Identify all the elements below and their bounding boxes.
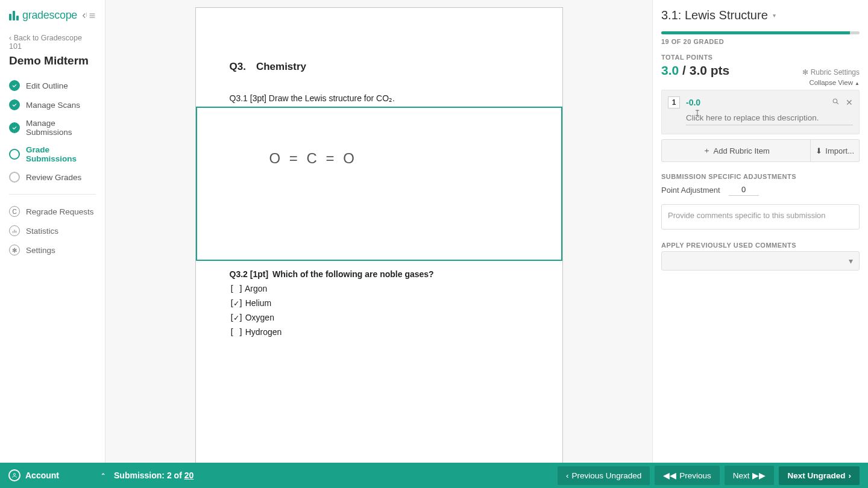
- nav-label: Manage Submissions: [26, 119, 96, 137]
- brand-name: gradescope: [22, 9, 77, 22]
- close-icon[interactable]: ✕: [846, 98, 853, 107]
- submission-total-link[interactable]: 20: [184, 471, 194, 480]
- q3-2-prompt: Q3.2 [1pt] Which of the following are no…: [230, 269, 529, 279]
- nav-label: Manage Scans: [26, 101, 80, 110]
- chevron-down-icon: ▾: [773, 12, 776, 19]
- adjustments-label: SUBMISSION SPECIFIC ADJUSTMENTS: [661, 173, 860, 180]
- exam-page: Q3. Chemistry Q3.1 [3pt] Draw the Lewis …: [195, 7, 563, 463]
- nav-settings[interactable]: ✻ Settings: [9, 240, 96, 260]
- nav-grade-submissions[interactable]: Grade Submissions: [9, 141, 96, 167]
- nav-regrade-requests[interactable]: C Regrade Requests: [9, 202, 96, 221]
- option-d: [ ] Hydrogen: [230, 327, 529, 337]
- progress-text: 19 OF 20 GRADED: [661, 38, 860, 45]
- chevron-up-icon: ⌃: [101, 472, 105, 479]
- nav-edit-outline[interactable]: Edit Outline: [9, 76, 96, 95]
- next-ungraded-button[interactable]: Next Ungraded ›: [779, 466, 860, 485]
- import-label: Import...: [825, 146, 854, 155]
- rubric-item-points[interactable]: -0.0: [686, 98, 700, 107]
- grading-panel: 3.1: Lewis Structure ▾ 19 OF 20 GRADED T…: [652, 0, 868, 463]
- rubric-item-description[interactable]: 𝙸 Click here to replace this description…: [686, 113, 853, 125]
- account-label: Account: [25, 471, 59, 480]
- point-adjustment-label: Point Adjustment: [661, 186, 720, 195]
- nav-label: Grade Submissions: [26, 145, 96, 163]
- nav-label: Statistics: [26, 227, 58, 236]
- double-chevron-left-icon: ◀◀: [663, 471, 676, 480]
- sidebar: gradescope ‹ Back to Gradescope 101 Demo…: [0, 0, 105, 463]
- q3-1-prompt: Q3.1 [3pt] Draw the Lewis structure for …: [230, 93, 529, 103]
- submission-counter: Submission: 2 of 20: [114, 471, 193, 480]
- divider: [9, 194, 96, 195]
- prev-comments-label: APPLY PREVIOUSLY USED COMMENTS: [661, 242, 860, 249]
- circle-icon: [9, 172, 20, 183]
- q3-1-answer-region[interactable]: O = C = O: [196, 107, 562, 261]
- nav-statistics[interactable]: Statistics: [9, 221, 96, 240]
- q3-1-answer: O = C = O: [269, 150, 357, 166]
- rubric-settings-link[interactable]: ✻ Rubric Settings: [802, 68, 860, 77]
- sidebar-collapse-button[interactable]: [80, 11, 96, 20]
- question-title: 3.1: Lewis Structure: [661, 8, 768, 22]
- nav-label: Settings: [26, 246, 55, 255]
- nav-steps: Edit Outline Manage Scans Manage Submiss…: [9, 76, 96, 187]
- back-link[interactable]: ‹ Back to Gradescope 101: [9, 34, 96, 51]
- rubric-item-1[interactable]: 1 -0.0 ✕ 𝙸 Click here to replace this de…: [661, 90, 860, 134]
- svg-point-8: [13, 474, 15, 475]
- account-menu[interactable]: Account ⌃: [8, 469, 105, 481]
- chevron-left-icon: ‹: [566, 471, 569, 480]
- plus-icon: ＋: [703, 145, 711, 156]
- progress-bar: [661, 31, 860, 34]
- nav-label: Regrade Requests: [26, 207, 94, 216]
- text-cursor-icon: 𝙸: [694, 108, 695, 118]
- points-display: 3.0 / 3.0 pts: [661, 63, 729, 78]
- nav-manage-scans[interactable]: Manage Scans: [9, 95, 96, 114]
- next-button[interactable]: Next ▶▶: [725, 466, 775, 485]
- points-total: / 3.0 pts: [679, 63, 729, 77]
- question-selector[interactable]: 3.1: Lewis Structure ▾: [661, 8, 860, 22]
- check-icon: [9, 122, 20, 133]
- double-chevron-right-icon: ▶▶: [752, 471, 766, 480]
- previous-button[interactable]: ◀◀ Previous: [655, 466, 720, 485]
- import-rubric-button[interactable]: ⬇ Import...: [811, 139, 860, 162]
- point-adjustment-input[interactable]: [729, 184, 759, 196]
- submission-viewer[interactable]: Q3. Chemistry Q3.1 [3pt] Draw the Lewis …: [105, 0, 652, 463]
- check-icon: [9, 99, 20, 110]
- option-c: [✓] Oxygen: [230, 313, 529, 322]
- progress-fill: [661, 31, 850, 34]
- search-icon[interactable]: [832, 98, 840, 107]
- logo-icon: [9, 11, 19, 20]
- previous-ungraded-button[interactable]: ‹ Previous Ungraded: [558, 466, 650, 485]
- circle-icon: [9, 149, 20, 160]
- rubric-item-number[interactable]: 1: [668, 96, 680, 108]
- collapse-view-toggle[interactable]: Collapse View: [661, 79, 860, 86]
- course-title: Demo Midterm: [9, 54, 96, 67]
- q3-2-options: [ ] Argon [✓] Helium [✓] Oxygen [ ] Hydr…: [230, 284, 529, 337]
- nav-manage-submissions[interactable]: Manage Submissions: [9, 114, 96, 141]
- add-rubric-label: Add Rubric Item: [714, 146, 770, 155]
- option-a: [ ] Argon: [230, 284, 529, 293]
- footer-bar: Account ⌃ Submission: 2 of 20 ‹ Previous…: [0, 463, 868, 488]
- check-icon: [9, 80, 20, 91]
- user-icon: [8, 469, 20, 481]
- download-icon: ⬇: [816, 146, 822, 155]
- q3-heading: Q3. Chemistry: [230, 61, 529, 73]
- gear-icon: ✻: [9, 245, 20, 255]
- points-earned: 3.0: [661, 63, 679, 77]
- statistics-icon: [9, 225, 20, 236]
- gear-icon: ✻: [802, 68, 808, 77]
- rubric-settings-label: Rubric Settings: [811, 68, 860, 77]
- prev-comments-select[interactable]: ▾: [661, 251, 860, 271]
- chevron-right-icon: ›: [849, 471, 852, 480]
- nav-label: Review Grades: [26, 173, 81, 182]
- add-rubric-item-button[interactable]: ＋ Add Rubric Item: [661, 139, 811, 162]
- option-b: [✓] Helium: [230, 298, 529, 308]
- nav-review-grades[interactable]: Review Grades: [9, 167, 96, 187]
- svg-line-7: [837, 102, 838, 104]
- chevron-down-icon: ▾: [849, 256, 853, 266]
- total-points-label: TOTAL POINTS: [661, 54, 860, 61]
- logo[interactable]: gradescope: [9, 9, 77, 22]
- nav-label: Edit Outline: [26, 81, 68, 90]
- submission-comment-input[interactable]: Provide comments specific to this submis…: [661, 204, 860, 230]
- regrade-icon: C: [9, 206, 20, 217]
- svg-point-6: [833, 99, 837, 103]
